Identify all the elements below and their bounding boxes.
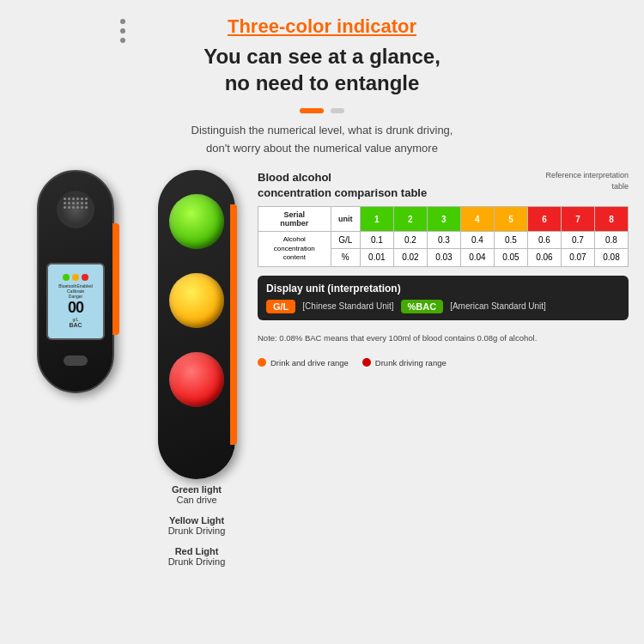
val-5-pct: 0.05: [494, 249, 527, 266]
progress-dot-inactive: [331, 108, 344, 113]
legend-label-drunk: Drunk driving range: [375, 358, 447, 368]
val-6-pct: 0.06: [527, 249, 561, 266]
device-container: BluetoothEnabledCalibrateDanger 00 g/L B…: [15, 170, 136, 393]
yellow-light-indicator: [169, 273, 224, 328]
red-light-indicator: [169, 352, 224, 407]
green-light-indicator: [169, 194, 224, 249]
main-content: BluetoothEnabledCalibrateDanger 00 g/L B…: [0, 170, 644, 567]
table-title: Blood alcoholconcentration comparison ta…: [258, 170, 427, 201]
bac-badge: %BAC: [401, 300, 444, 313]
device-power-button[interactable]: [64, 355, 88, 366]
col-2: 2: [393, 207, 427, 232]
du-title: Display unit (interpretation): [266, 283, 620, 295]
val-3-pct: 0.03: [427, 249, 460, 266]
red-light-section: [169, 352, 224, 407]
col-8: 8: [594, 207, 628, 232]
device-side-strip: [112, 223, 119, 335]
display-unit-section: Display unit (interpretation) G/L [Chine…: [258, 276, 629, 320]
progress-indicator: [0, 108, 644, 113]
device-body: BluetoothEnabledCalibrateDanger 00 g/L B…: [37, 170, 114, 393]
main-title: You can see at a glance, no need to enta…: [0, 43, 644, 96]
val-6-gl: 0.6: [527, 232, 561, 249]
val-1-pct: 0.01: [360, 249, 393, 266]
legend-dot-orange: [258, 358, 266, 367]
right-panel: Blood alcoholconcentration comparison ta…: [258, 170, 629, 368]
bac-table: Serialnumber unit 1 2 3 4 5 6 7 8: [258, 206, 629, 266]
val-7-pct: 0.07: [561, 249, 594, 266]
unit-gl: G/L: [331, 232, 360, 249]
legend-label-drink: Drink and drive range: [270, 358, 349, 368]
screen-bac: BAC: [69, 322, 82, 328]
traffic-device: Green lightCan drive Yellow LightDrunk D…: [149, 170, 244, 567]
traffic-side-strip: [230, 204, 237, 445]
val-3-gl: 0.3: [427, 232, 460, 249]
legend-drunk-drive: Drunk driving range: [362, 358, 447, 368]
green-light-label: Green lightCan drive: [158, 484, 235, 505]
note-text: Note: 0.08% BAC means that every 100ml o…: [258, 332, 629, 344]
legend-row: Drink and drive range Drunk driving rang…: [258, 358, 629, 368]
col-1: 1: [360, 207, 393, 232]
speaker-grid: [60, 194, 91, 225]
gl-label: [Chinese Standard Unit]: [302, 301, 393, 311]
col-4: 4: [460, 207, 494, 232]
red-light-label: Red LightDrunk Driving: [158, 546, 235, 567]
table-section: Blood alcoholconcentration comparison ta…: [258, 170, 629, 267]
col-7: 7: [561, 207, 594, 232]
legend-dot-red: [362, 358, 371, 367]
decoration-dots: [120, 19, 125, 43]
screen-reading: 00: [68, 299, 83, 317]
subtitle: Distinguish the numerical level, what is…: [0, 122, 644, 158]
device-speaker: [57, 191, 94, 228]
gl-badge: G/L: [266, 300, 295, 313]
device-screen: BluetoothEnabledCalibrateDanger 00 g/L B…: [46, 263, 105, 340]
col-3: 3: [427, 207, 460, 232]
legend-drink-drive: Drink and drive range: [258, 358, 349, 368]
table-header: Blood alcoholconcentration comparison ta…: [258, 170, 629, 201]
table-row-gl: Alcoholconcentrationcontent G/L 0.1 0.2 …: [258, 232, 629, 249]
val-4-pct: 0.04: [460, 249, 494, 266]
val-8-gl: 0.8: [594, 232, 628, 249]
val-2-pct: 0.02: [393, 249, 427, 266]
val-8-pct: 0.08: [594, 249, 628, 266]
unit-pct: %: [331, 249, 360, 266]
val-4-gl: 0.4: [460, 232, 494, 249]
row-label: Alcoholconcentrationcontent: [258, 232, 331, 266]
yellow-light-section: [169, 273, 224, 328]
val-7-gl: 0.7: [561, 232, 594, 249]
progress-dot-active: [300, 108, 324, 113]
val-5-gl: 0.5: [494, 232, 527, 249]
indicator-title: Three-color indicator: [0, 15, 644, 38]
col-6: 6: [527, 207, 561, 232]
traffic-body: [158, 170, 235, 479]
traffic-labels: Green lightCan drive Yellow LightDrunk D…: [158, 484, 235, 567]
table-ref: Reference interpretationtable: [545, 170, 629, 191]
val-2-gl: 0.2: [393, 232, 427, 249]
val-1-gl: 0.1: [360, 232, 393, 249]
header: Three-color indicator You can see at a g…: [0, 0, 644, 96]
page: Three-color indicator You can see at a g…: [0, 0, 644, 644]
bac-label: [American Standard Unit]: [450, 301, 546, 311]
col-unit: unit: [331, 207, 360, 232]
col-serial: Serialnumber: [258, 207, 331, 232]
green-light-section: [169, 194, 224, 249]
du-row: G/L [Chinese Standard Unit] %BAC [Americ…: [266, 300, 620, 313]
yellow-light-label: Yellow LightDrunk Driving: [158, 515, 235, 536]
col-5: 5: [494, 207, 527, 232]
